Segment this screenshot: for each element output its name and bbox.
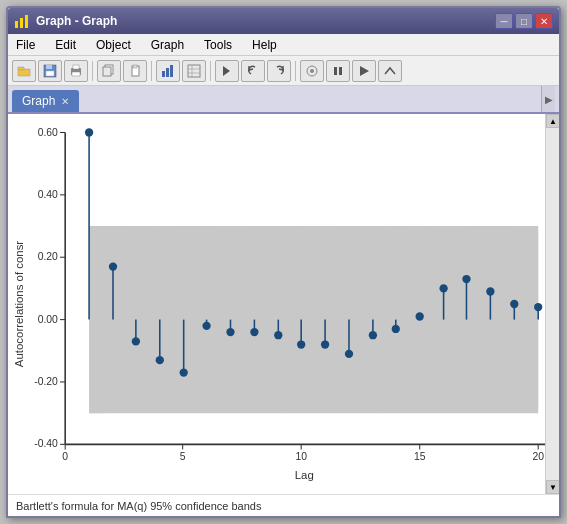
sep2: [151, 61, 152, 81]
dot-10: [297, 340, 305, 348]
dot-19: [510, 300, 518, 308]
print-button[interactable]: [64, 60, 88, 82]
ytick-label-06: 0.60: [38, 127, 58, 138]
svg-rect-16: [166, 68, 169, 77]
toolbar: [8, 56, 559, 86]
ytick-label-n02: -0.20: [34, 376, 58, 387]
svg-rect-14: [133, 65, 137, 68]
record-button[interactable]: [300, 60, 324, 82]
svg-rect-1: [20, 18, 23, 28]
sep4: [295, 61, 296, 81]
svg-point-23: [310, 69, 314, 73]
svg-rect-10: [72, 72, 80, 76]
table-button[interactable]: [182, 60, 206, 82]
vertical-scrollbar: ▲ ▼: [545, 114, 559, 494]
scroll-track: [546, 128, 559, 480]
dot-13: [369, 331, 377, 339]
y-axis-label: Autocorrelations of consr: [13, 241, 25, 368]
graph-svg: Autocorrelations of consr 0.60 0.40: [8, 114, 559, 494]
play-button[interactable]: [352, 60, 376, 82]
menu-object[interactable]: Object: [92, 37, 135, 53]
menu-edit[interactable]: Edit: [51, 37, 80, 53]
window-title: Graph - Graph: [36, 14, 117, 28]
tab-close-icon[interactable]: ✕: [61, 96, 69, 107]
close-button[interactable]: ✕: [535, 13, 553, 29]
dot-16: [439, 284, 447, 292]
dot-7: [226, 328, 234, 336]
title-controls: ─ □ ✕: [495, 13, 553, 29]
dot-15: [416, 312, 424, 320]
maximize-button[interactable]: □: [515, 13, 533, 29]
chart-icon: [14, 13, 30, 29]
xtick-label-15: 15: [414, 451, 426, 462]
xtick-label-10: 10: [295, 451, 307, 462]
svg-rect-0: [15, 21, 18, 28]
dot-1: [85, 128, 93, 136]
title-bar-left: Graph - Graph: [14, 13, 117, 29]
svg-rect-4: [18, 67, 24, 70]
menu-bar: File Edit Object Graph Tools Help: [8, 34, 559, 56]
dot-20: [534, 303, 542, 311]
x-axis-label: Lag: [295, 469, 314, 481]
xtick-label-0: 0: [62, 451, 68, 462]
tab-graph[interactable]: Graph ✕: [12, 90, 79, 112]
svg-rect-15: [162, 71, 165, 77]
svg-rect-25: [339, 67, 342, 75]
open-button[interactable]: [12, 60, 36, 82]
minimize-button[interactable]: ─: [495, 13, 513, 29]
dot-17: [462, 275, 470, 283]
paste-button[interactable]: [123, 60, 147, 82]
main-window: Graph - Graph ─ □ ✕ File Edit Object Gra…: [6, 6, 561, 518]
undo-button[interactable]: [241, 60, 265, 82]
svg-rect-24: [334, 67, 337, 75]
ytick-label-04: 0.40: [38, 189, 58, 200]
graph-area: Autocorrelations of consr 0.60 0.40: [8, 114, 559, 494]
dot-6: [202, 322, 210, 330]
xtick-label-20: 20: [532, 451, 544, 462]
svg-rect-7: [46, 71, 54, 76]
save-button[interactable]: [38, 60, 62, 82]
svg-rect-6: [46, 65, 52, 69]
svg-rect-2: [25, 15, 28, 28]
dot-5: [180, 368, 188, 376]
arrow-button[interactable]: [215, 60, 239, 82]
scroll-down-button[interactable]: ▼: [546, 480, 559, 494]
tab-scroll-right[interactable]: ▶: [541, 86, 555, 112]
chart-button[interactable]: [156, 60, 180, 82]
tab-bar: Graph ✕ ▶: [8, 86, 559, 114]
dot-14: [392, 325, 400, 333]
more-button[interactable]: [378, 60, 402, 82]
confidence-band-fill: [89, 226, 538, 413]
menu-file[interactable]: File: [12, 37, 39, 53]
copy-button[interactable]: [97, 60, 121, 82]
tab-label: Graph: [22, 94, 55, 108]
dot-8: [250, 328, 258, 336]
menu-tools[interactable]: Tools: [200, 37, 236, 53]
svg-rect-17: [170, 65, 173, 77]
ytick-label-02: 0.20: [38, 251, 58, 262]
svg-rect-18: [188, 65, 200, 77]
dot-3: [132, 337, 140, 345]
menu-graph[interactable]: Graph: [147, 37, 188, 53]
xtick-label-5: 5: [180, 451, 186, 462]
dot-4: [156, 356, 164, 364]
ytick-label-n04: -0.40: [34, 438, 58, 449]
dot-12: [345, 350, 353, 358]
menu-help[interactable]: Help: [248, 37, 281, 53]
dot-18: [486, 287, 494, 295]
redo-button[interactable]: [267, 60, 291, 82]
dot-2: [109, 262, 117, 270]
sep1: [92, 61, 93, 81]
footer: Bartlett's formula for MA(q) 95% confide…: [8, 494, 559, 516]
dot-11: [321, 340, 329, 348]
ytick-label-00: 0.00: [38, 314, 58, 325]
scroll-up-button[interactable]: ▲: [546, 114, 559, 128]
sep3: [210, 61, 211, 81]
footer-text: Bartlett's formula for MA(q) 95% confide…: [16, 500, 261, 512]
title-bar: Graph - Graph ─ □ ✕: [8, 8, 559, 34]
svg-rect-9: [73, 65, 79, 69]
pause-button[interactable]: [326, 60, 350, 82]
dot-9: [274, 331, 282, 339]
svg-rect-12: [103, 67, 111, 76]
